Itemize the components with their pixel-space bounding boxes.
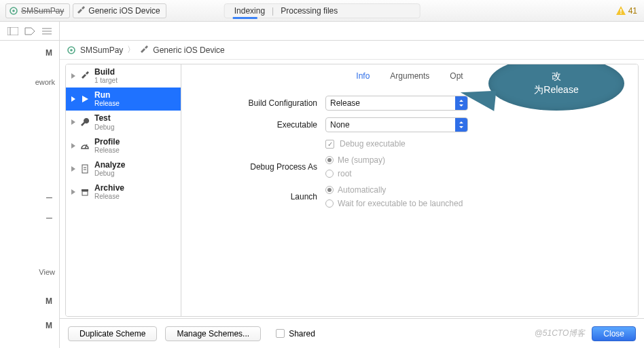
disclosure-icon: [71, 143, 75, 149]
warning-count: 41: [628, 6, 637, 16]
svg-rect-2: [620, 9, 622, 12]
svg-rect-15: [82, 191, 88, 195]
nav-minus-2[interactable]: –: [0, 208, 59, 228]
scheme-build[interactable]: Build1 target: [66, 64, 181, 88]
disclosure-icon: [71, 73, 75, 79]
svg-point-10: [70, 49, 73, 52]
wrench-icon: [79, 117, 90, 128]
manage-schemes-button[interactable]: Manage Schemes...: [165, 326, 261, 341]
app-icon: [67, 45, 76, 55]
nav-m[interactable]: M: [46, 48, 52, 58]
chevron-updown-icon: [455, 118, 467, 132]
tag-icon[interactable]: [24, 25, 36, 37]
svg-rect-11: [82, 165, 88, 173]
nav-m3[interactable]: M: [46, 321, 52, 330]
hammer-icon: [79, 71, 90, 81]
scheme-selector[interactable]: SMSumPay Generic iOS Device: [0, 3, 166, 18]
watermark: @51CTO博客: [535, 328, 586, 339]
shared-label: Shared: [289, 329, 315, 339]
project-crumb[interactable]: SMSumPay: [5, 3, 70, 18]
scheme-action-list: Build1 target RunRelease TestDebug: [66, 64, 181, 316]
nav-item-2[interactable]: View: [0, 255, 59, 289]
debug-exec-checkbox: [325, 140, 334, 149]
crumb-device: Generic iOS Device: [153, 45, 224, 55]
nav-m2[interactable]: M: [46, 296, 52, 306]
launch-auto: Automatically: [338, 185, 386, 195]
scheme-test[interactable]: TestDebug: [66, 111, 181, 134]
close-button[interactable]: Close: [592, 326, 636, 341]
build-config-label: Build Configuration: [190, 98, 325, 108]
lines-icon[interactable]: [41, 25, 53, 37]
progress-bar: [233, 17, 257, 19]
scheme-run[interactable]: RunRelease: [66, 88, 181, 111]
activity-right: Processing files: [281, 6, 338, 16]
nav-minus-1[interactable]: –: [0, 187, 59, 208]
warning-badge[interactable]: 41: [616, 6, 637, 16]
hammer-icon: [139, 45, 149, 55]
radio-wait: [325, 199, 334, 208]
debug-as-me: Me (sumpay): [338, 155, 385, 165]
executable-value: None: [330, 120, 350, 130]
scheme-analyze[interactable]: AnalyzeDebug: [66, 157, 181, 180]
device-name: Generic iOS Device: [88, 6, 160, 16]
doc-icon: [79, 163, 90, 174]
chevron-icon: 〉: [127, 44, 135, 56]
navigator: M ework – – View M M: [0, 41, 60, 348]
debug-as-root: root: [338, 169, 352, 178]
svg-rect-4: [7, 27, 18, 35]
radio-me: [325, 156, 334, 164]
radio-auto: [325, 186, 334, 194]
warning-icon: [616, 6, 626, 15]
debug-exec-label: Debug executable: [340, 139, 406, 149]
layout-icon[interactable]: [7, 25, 19, 37]
activity-indicator: Indexing | Processing files: [224, 3, 421, 18]
scheme-archive[interactable]: ArchiveRelease: [66, 180, 181, 204]
disclosure-icon: [71, 119, 75, 125]
separator: |: [272, 6, 274, 16]
top-toolbar: SMSumPay Generic iOS Device Indexing | P…: [0, 0, 644, 22]
disclosure-icon: [71, 96, 75, 102]
launch-wait: Wait for executable to be launched: [338, 199, 463, 208]
tab-info[interactable]: Info: [356, 71, 370, 85]
archive-icon: [79, 187, 90, 197]
debug-as-label: Debug Process As: [190, 162, 325, 172]
svg-point-1: [12, 9, 15, 12]
disclosure-icon: [71, 189, 75, 195]
sub-toolbar: [0, 22, 644, 41]
crumb-project: SMSumPay: [80, 45, 123, 55]
gauge-icon: [79, 140, 90, 151]
device-crumb[interactable]: Generic iOS Device: [73, 3, 166, 18]
svg-rect-3: [620, 13, 622, 14]
path-bar[interactable]: SMSumPay 〉 Generic iOS Device: [60, 41, 644, 60]
executable-label: Executable: [190, 120, 325, 130]
executable-select[interactable]: None: [325, 117, 468, 132]
callout-line2: 为Release: [534, 84, 578, 95]
sheet-footer: Duplicate Scheme Manage Schemes... Share…: [60, 318, 644, 348]
tab-options[interactable]: Opt: [450, 71, 463, 85]
play-icon: [79, 94, 90, 104]
shared-checkbox[interactable]: [276, 329, 285, 338]
disclosure-icon: [71, 166, 75, 172]
radio-root: [325, 170, 334, 178]
target-icon: [9, 6, 18, 16]
launch-label: Launch: [190, 192, 325, 201]
project-name: SMSumPay: [21, 6, 64, 16]
scheme-profile[interactable]: ProfileRelease: [66, 134, 181, 157]
tab-arguments[interactable]: Arguments: [390, 71, 429, 85]
activity-left: Indexing: [234, 6, 265, 16]
duplicate-scheme-button[interactable]: Duplicate Scheme: [68, 326, 157, 341]
callout-line1: 改: [552, 71, 561, 81]
nav-item-1[interactable]: ework: [0, 65, 59, 99]
build-config-value: Release: [330, 98, 360, 108]
hammer-icon: [76, 6, 86, 16]
build-config-select[interactable]: Release: [325, 96, 468, 111]
